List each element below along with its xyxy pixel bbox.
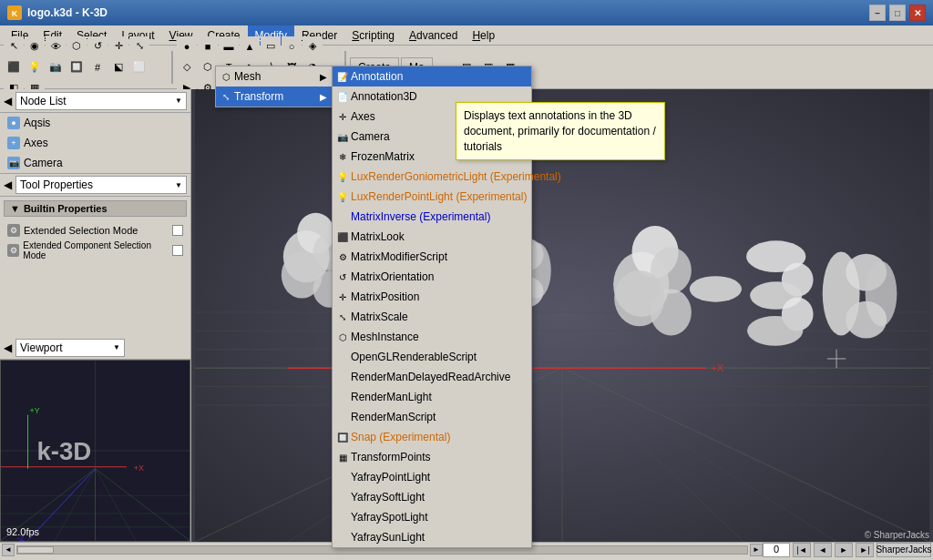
aqsis-icon: ● [7, 117, 20, 129]
tree-item-camera[interactable]: 📷 Camera [0, 153, 190, 173]
scroll-thumb[interactable] [17, 546, 54, 554]
snap-icon: 🔲 [336, 431, 349, 443]
frozenmatrix-icon: ❄ [336, 150, 349, 163]
app-logo-icon: K [7, 5, 22, 20]
submenu-matrix-scale[interactable]: ⤡ MatrixScale [333, 307, 531, 327]
menu-help[interactable]: Help [465, 25, 502, 46]
matrix-look-icon: ⬛ [336, 230, 349, 243]
submenu-yafray-sun[interactable]: YafraySunLight [333, 527, 531, 547]
toolbar-btn-rotate[interactable]: ↺ [87, 36, 108, 56]
svg-text:+X: +X [711, 362, 724, 373]
toolbar-btn-circle[interactable]: ◉ [25, 36, 45, 56]
nav-end-btn[interactable]: ►| [856, 543, 874, 557]
toolbar-btn-arrow[interactable]: ↖ [4, 36, 24, 56]
close-button[interactable]: ✕ [909, 5, 926, 21]
props-collapse-icon[interactable]: ▼ [10, 203, 20, 214]
toolbar-btn-mesh[interactable]: ⬡ [67, 36, 87, 56]
minimize-button[interactable]: – [869, 5, 886, 21]
svg-line-5 [96, 469, 190, 541]
toolbar-btn-cone[interactable]: ▲ [240, 36, 260, 56]
panel-expand-icon[interactable]: ◀ [4, 95, 12, 107]
menu-item-mesh[interactable]: ⬡ Mesh ▶ [216, 66, 333, 87]
sharper-jacks-logo: SharperJacks [877, 543, 931, 557]
svg-point-64 [846, 301, 887, 339]
toolbar-btn-plane[interactable]: ▭ [261, 36, 281, 56]
submenu-matrix-orientation[interactable]: ↺ MatrixOrientation [333, 267, 531, 287]
toolbar-btn-cam[interactable]: 📷 [46, 57, 66, 77]
tool-props-dropdown[interactable]: Tool Properties [15, 176, 187, 194]
toolbar-btn-solid[interactable]: ⬜ [129, 57, 149, 77]
lux-gonio-icon: 💡 [336, 170, 349, 183]
menu-advanced[interactable]: Advanced [402, 25, 465, 46]
submenu-yafray-point[interactable]: YafrayPointLight [333, 467, 531, 487]
nav-start-btn[interactable]: |◄ [793, 543, 811, 557]
svg-point-60 [747, 316, 803, 346]
toolbar-btn-snap[interactable]: 🔲 [67, 57, 87, 77]
toolbar-btn-scale[interactable]: ⤡ [129, 36, 149, 56]
left-viewport-dropdown[interactable]: Viewport [15, 339, 125, 357]
panel-expand-icon-2[interactable]: ◀ [4, 178, 12, 191]
submenu-matrix-position[interactable]: ✛ MatrixPosition [333, 287, 531, 307]
toolbar-btn-subdiv[interactable]: ◈ [302, 36, 323, 56]
menu-scripting[interactable]: Scripting [344, 25, 402, 46]
toolbar-btn-node[interactable]: ⬛ [4, 57, 24, 77]
prop-checkbox-ext-sel[interactable] [172, 225, 183, 236]
toolbar-btn-grid[interactable]: # [87, 57, 108, 77]
submenu-matrix-look[interactable]: ⬛ MatrixLook [333, 227, 531, 247]
scroll-left-btn[interactable]: ◄ [2, 544, 15, 556]
svg-point-54 [614, 270, 664, 326]
prop-checkbox-ext-comp[interactable] [172, 245, 183, 256]
svg-text:k-3D: k-3D [36, 437, 91, 465]
frame-input[interactable]: 0 [763, 543, 790, 557]
svg-text:+Y: +Y [30, 406, 40, 415]
tree-item-aqsis[interactable]: ● Aqsis [0, 113, 190, 133]
toolbar-btn-wire[interactable]: ⬕ [108, 57, 128, 77]
submenu-mesh-instance[interactable]: ⬡ MeshInstance [333, 327, 531, 347]
transform-menu-icon: ⤡ [220, 90, 232, 103]
submenu-yafray-soft[interactable]: YafraySoftLight [333, 487, 531, 507]
submenu-matrix-modifier[interactable]: ⚙ MatrixModifierScript [333, 247, 531, 267]
title-bar-left: K logo.k3d - K-3D [7, 5, 869, 20]
toolbar-btn-torus[interactable]: ○ [282, 36, 302, 56]
nav-play-btn[interactable]: ► [835, 543, 853, 557]
svg-line-7 [55, 469, 95, 541]
toolbar-btn-eye[interactable]: 👁 [46, 36, 66, 56]
left-panel: ◀ Node List ● Aqsis + Axes 📷 Camera ◀ [0, 89, 191, 542]
node-list-dropdown[interactable]: Node List [15, 92, 187, 110]
tool-props-bar: ◀ Tool Properties [0, 173, 190, 197]
modify-dropdown-menu: ⬡ Mesh ▶ ⤡ Transform ▶ [215, 66, 333, 107]
submenu-opengl[interactable]: OpenGLRenderableScript [333, 347, 531, 367]
scroll-right-btn[interactable]: ► [750, 544, 763, 556]
left-viewport-arrow[interactable]: ◀ [4, 341, 12, 354]
tree-item-axes[interactable]: + Axes [0, 133, 190, 153]
tooltip-box: Displays text annotations in the 3D docu… [456, 102, 665, 160]
toolbar-btn-nurb[interactable]: ◇ [177, 57, 197, 77]
submenu-renderman-script[interactable]: RenderManScript [333, 407, 531, 427]
toolbar-btn-light[interactable]: 💡 [25, 57, 45, 77]
submenu-yafray-spot[interactable]: YafraySpotLight [333, 507, 531, 527]
mesh-menu-icon: ⬡ [220, 70, 232, 83]
toolbar-btn-cyl[interactable]: ▬ [219, 36, 239, 56]
svg-line-8 [96, 469, 136, 541]
title-bar: K logo.k3d - K-3D – □ ✕ [0, 0, 933, 25]
toolbar-btn-move[interactable]: ✛ [108, 36, 128, 56]
annotation3d-icon: 📄 [336, 90, 349, 103]
submenu-matrix-inverse[interactable]: MatrixInverse (Experimental) [333, 207, 531, 227]
status-bar: 0 |◄ ◄ ► ►| SharperJacks [763, 543, 931, 557]
prop-icon-2: ⚙ [7, 244, 19, 257]
submenu-lux-point[interactable]: 💡 LuxRenderPointLight (Experimental) [333, 187, 531, 207]
submenu-lux-gonio[interactable]: 💡 LuxRenderGoniometricLight (Experimenta… [333, 167, 531, 187]
submenu-renderman-light[interactable]: RenderManLight [333, 387, 531, 407]
toolbar-btn-cube[interactable]: ■ [198, 36, 218, 56]
nav-prev-btn[interactable]: ◄ [814, 543, 832, 557]
submenu-transform-points[interactable]: ▦ TransformPoints [333, 447, 531, 467]
submenu-annotation[interactable]: 📝 Annotation [333, 66, 531, 87]
submenu-renderman-delayed[interactable]: RenderManDelayedReadArchive [333, 367, 531, 387]
maximize-button[interactable]: □ [889, 5, 906, 21]
toolbar-btn-sphere[interactable]: ● [177, 36, 197, 56]
submenu-snap[interactable]: 🔲 Snap (Experimental) [333, 427, 531, 447]
menu-item-transform[interactable]: ⤡ Transform ▶ [216, 87, 333, 107]
small-viewport: k-3D +X +Y -Z 92.0fps [0, 360, 190, 542]
matrix-mod-icon: ⚙ [336, 250, 349, 263]
matrix-scale-icon: ⤡ [336, 311, 349, 323]
